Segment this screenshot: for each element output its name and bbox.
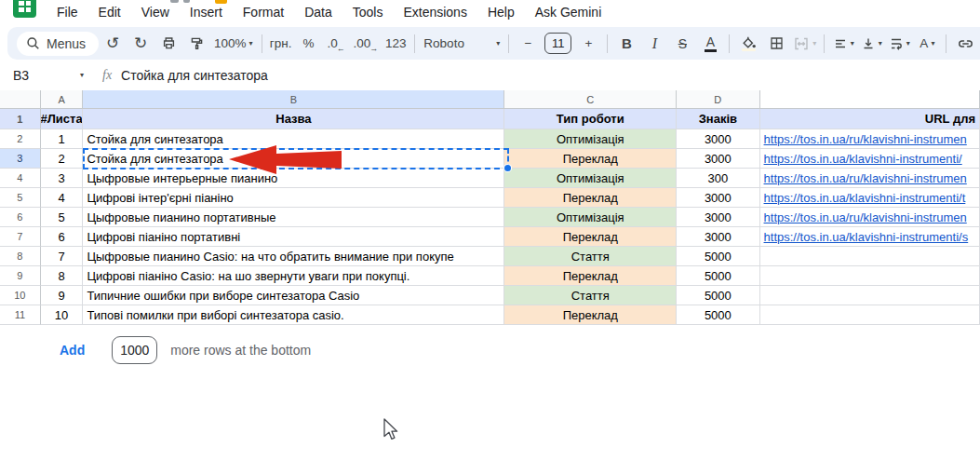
url-link[interactable]: https://tos.in.ua/klavishni-instrumenti/… bbox=[764, 230, 969, 244]
menu-item-file[interactable]: File bbox=[47, 5, 88, 20]
cell[interactable]: 9 bbox=[41, 286, 84, 305]
cell[interactable]: https://tos.in.ua/klavishni-instrumenti/… bbox=[760, 227, 980, 247]
redo-button[interactable]: ↻ bbox=[129, 32, 152, 56]
menu-item-edit[interactable]: Edit bbox=[88, 5, 131, 20]
cell[interactable]: 2 bbox=[41, 149, 84, 169]
cell[interactable]: Переклад bbox=[504, 188, 677, 208]
cell[interactable]: 5000 bbox=[677, 266, 759, 286]
cell[interactable]: 5000 bbox=[677, 286, 759, 305]
url-link[interactable]: https://tos.in.ua/ru/klavishni-instrumen bbox=[764, 210, 967, 224]
menu-item-view[interactable]: View bbox=[131, 5, 180, 20]
row-header[interactable]: 9 bbox=[0, 266, 41, 286]
cell[interactable]: 5 bbox=[41, 208, 84, 227]
row-header[interactable]: 8 bbox=[0, 247, 41, 266]
cell[interactable]: 5000 bbox=[677, 305, 759, 325]
url-link[interactable]: https://tos.in.ua/ru/klavishni-instrumen bbox=[764, 132, 967, 146]
menu-item-data[interactable]: Data bbox=[294, 5, 342, 20]
borders-button[interactable] bbox=[765, 32, 787, 56]
vertical-align-button[interactable]: ▾ bbox=[860, 32, 882, 56]
cell[interactable]: 10 bbox=[41, 305, 84, 325]
row-count-input[interactable]: 1000 bbox=[112, 336, 157, 364]
url-link[interactable]: https://tos.in.ua/ru/klavishni-instrumen bbox=[764, 171, 967, 185]
row-header[interactable]: 5 bbox=[0, 188, 41, 208]
fill-color-button[interactable] bbox=[737, 32, 759, 56]
cell[interactable]: Переклад bbox=[504, 305, 677, 325]
menu-item-insert[interactable]: Insert bbox=[180, 5, 233, 20]
formula-input[interactable]: Стойка для синтезатора bbox=[121, 68, 268, 83]
merge-cells-button[interactable]: ▾ bbox=[793, 32, 816, 56]
increase-font-size-button[interactable]: + bbox=[577, 32, 599, 56]
cell[interactable]: https://tos.in.ua/ru/klavishni-instrumen bbox=[760, 169, 980, 188]
cell[interactable]: Оптимізація bbox=[504, 129, 677, 149]
sheets-logo-icon[interactable] bbox=[13, 0, 36, 18]
cell[interactable]: Цыфровые пианино портативные bbox=[83, 208, 504, 227]
menu-item-tools[interactable]: Tools bbox=[342, 5, 394, 20]
cell[interactable]: #Листа bbox=[41, 109, 84, 129]
cell[interactable]: Типові помилки при виборі синтезатора ca… bbox=[83, 305, 504, 325]
print-button[interactable] bbox=[157, 32, 180, 56]
menu-item-help[interactable]: Help bbox=[477, 5, 525, 20]
cell[interactable] bbox=[760, 247, 980, 266]
cell[interactable]: 3000 bbox=[677, 149, 759, 169]
name-box[interactable]: B3 ▾ bbox=[0, 68, 91, 83]
cell[interactable]: Цифрові інтер'єрні піаніно bbox=[83, 188, 504, 208]
cell[interactable]: 300 bbox=[677, 169, 759, 188]
cell[interactable]: https://tos.in.ua/ru/klavishni-instrumen bbox=[760, 129, 980, 149]
menu-item-extensions[interactable]: Extensions bbox=[393, 5, 477, 20]
format-currency-button[interactable]: грн. bbox=[270, 32, 292, 56]
row-header[interactable]: 2 bbox=[0, 129, 41, 149]
menus-search-button[interactable]: Menus bbox=[17, 32, 99, 56]
cell[interactable]: 3000 bbox=[677, 227, 759, 247]
cell[interactable]: Цифрові піаніно Casio: на шо звернути ув… bbox=[83, 266, 504, 286]
row-header[interactable]: 10 bbox=[0, 286, 41, 305]
column-header-c[interactable]: C bbox=[504, 90, 677, 109]
bold-button[interactable]: B bbox=[615, 32, 638, 56]
column-header-b[interactable]: B bbox=[83, 90, 504, 109]
url-link[interactable]: https://tos.in.ua/klavishni-instrumenti/… bbox=[764, 191, 966, 205]
cell[interactable]: 3000 bbox=[677, 208, 759, 227]
cell[interactable] bbox=[760, 266, 980, 286]
cell[interactable]: Цыфровые пианино Casio: на что обратить … bbox=[83, 247, 504, 266]
column-header-a[interactable]: A bbox=[41, 90, 84, 109]
column-header-d[interactable]: D bbox=[677, 90, 759, 109]
decrease-decimal-button[interactable]: .0← bbox=[326, 32, 348, 56]
text-rotation-button[interactable]: A ▾ bbox=[916, 32, 938, 56]
row-header[interactable]: 4 bbox=[0, 169, 41, 188]
cell[interactable]: Стойка для синтезатора bbox=[83, 149, 504, 169]
strikethrough-button[interactable]: S bbox=[671, 32, 693, 56]
cell[interactable]: 1 bbox=[41, 129, 84, 149]
cell[interactable]: https://tos.in.ua/ru/klavishni-instrumen bbox=[760, 208, 980, 227]
menu-item-ask-gemini[interactable]: Ask Gemini bbox=[525, 5, 612, 20]
increase-decimal-button[interactable]: .00→ bbox=[354, 32, 380, 56]
text-color-button[interactable]: A bbox=[699, 32, 721, 56]
undo-button[interactable]: ↺ bbox=[101, 32, 124, 56]
text-wrap-button[interactable]: ▾ bbox=[888, 32, 910, 56]
select-all-corner[interactable] bbox=[0, 90, 41, 109]
row-header[interactable]: 11 bbox=[0, 305, 41, 325]
cell[interactable] bbox=[760, 305, 980, 325]
cell[interactable]: 3000 bbox=[677, 129, 759, 149]
column-header-url[interactable] bbox=[760, 90, 980, 109]
paint-format-button[interactable] bbox=[185, 32, 208, 56]
cell[interactable]: 3000 bbox=[677, 188, 759, 208]
cell[interactable]: 7 bbox=[41, 247, 84, 266]
add-rows-button[interactable]: Add bbox=[60, 343, 85, 358]
font-size-input[interactable]: 11 bbox=[544, 33, 571, 54]
cell[interactable]: Стаття bbox=[504, 286, 677, 305]
cell[interactable]: Переклад bbox=[504, 266, 677, 286]
cell[interactable]: Стаття bbox=[504, 247, 677, 266]
cell[interactable]: 3 bbox=[41, 169, 84, 188]
cell[interactable]: 5000 bbox=[677, 247, 759, 266]
row-header[interactable]: 6 bbox=[0, 208, 41, 227]
cell[interactable]: Переклад bbox=[504, 149, 677, 169]
zoom-control[interactable]: 100% ▾ bbox=[214, 36, 253, 50]
cell[interactable]: 6 bbox=[41, 227, 84, 247]
decrease-font-size-button[interactable]: − bbox=[517, 32, 539, 56]
cell[interactable] bbox=[760, 286, 980, 305]
row-header[interactable]: 7 bbox=[0, 227, 41, 247]
italic-button[interactable]: I bbox=[643, 32, 665, 56]
cell[interactable]: https://tos.in.ua/klavishni-instrumenti/ bbox=[760, 149, 980, 169]
horizontal-align-button[interactable]: ▾ bbox=[832, 32, 854, 56]
row-header[interactable]: 1 bbox=[0, 109, 41, 129]
cell[interactable]: URL для bbox=[760, 109, 980, 129]
